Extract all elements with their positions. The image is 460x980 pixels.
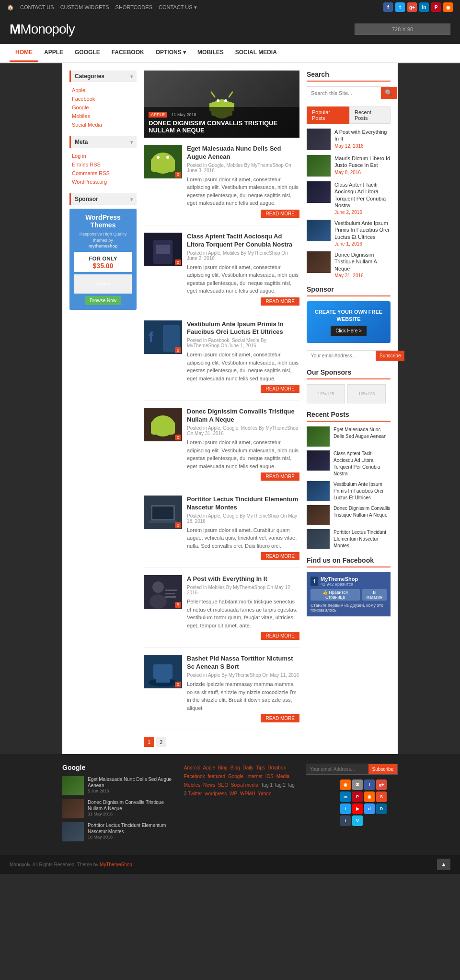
meta-wordpress[interactable]: WordPress.org: [72, 177, 134, 186]
nav-options[interactable]: OPTIONS ▾: [150, 44, 192, 62]
topbar-home[interactable]: 🏠: [7, 4, 14, 10]
footer-facebook-icon[interactable]: f: [364, 779, 375, 790]
footer-stumbleupon-icon[interactable]: S: [376, 791, 387, 802]
sponsor-placeholder-2[interactable]: 125x125: [347, 384, 386, 403]
post-title[interactable]: Porttitor Lectus Tincidunt Elementum Nas…: [187, 496, 299, 512]
browse-now-button[interactable]: Browse Now: [85, 296, 121, 305]
topbar-pinterest-icon[interactable]: P: [431, 2, 441, 12]
topbar-facebook-icon[interactable]: f: [383, 2, 393, 12]
meta-entries-rss[interactable]: Entries RSS: [72, 160, 134, 169]
read-more-button[interactable]: READ MORE: [261, 472, 299, 481]
sidebar-post-title[interactable]: A Post with Everything In It: [334, 129, 391, 142]
footer-twitter-icon[interactable]: t: [340, 803, 351, 814]
footer-tag[interactable]: Yahoo: [258, 791, 271, 796]
footer-tag[interactable]: Media: [276, 774, 289, 779]
footer-tag[interactable]: Android: [184, 765, 200, 770]
scroll-top-button[interactable]: ▲: [437, 859, 450, 870]
read-more-button[interactable]: READ MORE: [261, 385, 299, 393]
meta-login[interactable]: Log in: [72, 152, 134, 160]
footer-tag[interactable]: featured: [207, 774, 225, 779]
featured-title[interactable]: Donec Dignissim Convallis Tristique Null…: [149, 119, 295, 134]
footer-tag[interactable]: Bing: [218, 765, 228, 770]
recent-posts-tab[interactable]: Recent Posts: [349, 106, 391, 124]
sidebar-post-title[interactable]: Mauris Dictum Libero Id Justo Fusce In E…: [334, 155, 391, 169]
footer-post-title[interactable]: Donec Dignissim Convallis Tristique Null…: [88, 799, 174, 812]
footer-tag[interactable]: SEO: [218, 782, 228, 788]
footer-post-title[interactable]: Porttitor Lectus Tincidunt Elementum Nas…: [88, 822, 174, 835]
footer-tag[interactable]: WPMU: [240, 791, 255, 796]
footer-post-title[interactable]: Eget Malesuada Nunc Delis Sed Augue Aene…: [88, 776, 174, 789]
footer-tag[interactable]: Mobiles: [184, 782, 200, 788]
sidebar-post-title[interactable]: Donec Dignissim Tristique Nullam A Neque: [334, 251, 391, 272]
footer-tag[interactable]: Twitter: [188, 791, 202, 796]
footer-youtube-icon[interactable]: ▶: [352, 803, 363, 814]
post-title[interactable]: Eget Malesuada Nunc Delis Sed Augue Aene…: [187, 145, 299, 161]
recent-post-text[interactable]: Vestibulum Ante Ipsum Primis In Faucibus…: [334, 481, 391, 501]
footer-vimeo-icon[interactable]: V: [352, 815, 363, 826]
nav-home[interactable]: HOME: [10, 44, 38, 62]
topbar-linkedin-icon[interactable]: in: [419, 2, 429, 12]
topbar-googleplus-icon[interactable]: g+: [407, 2, 417, 12]
footer-tag[interactable]: wordpress: [205, 791, 227, 796]
footer-email-input[interactable]: [306, 764, 368, 774]
topbar-contact-us-2[interactable]: CONTACT US ▾: [159, 4, 197, 10]
nav-mobiles[interactable]: MOBILES: [192, 44, 230, 62]
footer-pinterest-icon[interactable]: P: [352, 791, 363, 802]
email-input[interactable]: [307, 351, 376, 361]
footer-linkedin-icon[interactable]: in: [340, 791, 351, 802]
topbar-rss-icon[interactable]: ◉: [443, 2, 453, 12]
footer-tag[interactable]: Apple: [203, 765, 215, 770]
footer-tag[interactable]: Internet: [246, 774, 263, 779]
meta-comments-rss[interactable]: Comments RSS: [72, 169, 134, 177]
footer-tag[interactable]: Daily: [242, 765, 253, 770]
nav-google[interactable]: GOOGLE: [69, 44, 106, 62]
topbar-twitter-icon[interactable]: t: [395, 2, 405, 12]
read-more-button[interactable]: READ MORE: [261, 632, 299, 640]
nav-social-media[interactable]: SOCIAL MEDIA: [230, 44, 283, 62]
recent-post-text[interactable]: Eget Malesuada Nunc Delis Sed Augue Aene…: [334, 426, 391, 447]
post-title[interactable]: Donec Dignissim Convallis Tristique Null…: [187, 408, 299, 424]
footer-email-icon[interactable]: ✉: [352, 779, 363, 790]
recent-post-text[interactable]: Donec Dignissim Convallis Tristique Null…: [334, 505, 391, 525]
popular-posts-tab[interactable]: Popular Posts: [307, 106, 349, 124]
topbar-contact-us[interactable]: CONTACT US: [20, 4, 54, 10]
page-2[interactable]: 2: [156, 737, 166, 747]
subscribe-button[interactable]: Subscribe: [376, 351, 404, 361]
nav-facebook[interactable]: FACEBOOK: [106, 44, 150, 62]
read-more-button[interactable]: READ MORE: [261, 210, 299, 218]
post-title[interactable]: A Post with Everything In It: [187, 575, 299, 583]
category-google[interactable]: Google: [72, 103, 134, 112]
search-input[interactable]: [307, 87, 381, 99]
topbar-shortcodes[interactable]: SHORTCODES: [115, 4, 152, 10]
read-more-button[interactable]: READ MORE: [261, 714, 299, 722]
footer-delicious-icon[interactable]: d: [364, 803, 375, 814]
fb-like-button[interactable]: 👍 Нравится Страница: [310, 589, 360, 601]
read-more-button[interactable]: READ MORE: [261, 297, 299, 306]
footer-tag[interactable]: IOS: [265, 774, 274, 779]
site-logo[interactable]: MMonopoly: [10, 22, 75, 37]
footer-tag[interactable]: WP: [230, 791, 237, 796]
sponsor-banner[interactable]: CREATE YOUR OWN FREE WEBSITE Click Here …: [307, 301, 391, 343]
footer-tag[interactable]: Dropbox: [268, 765, 286, 770]
post-title[interactable]: Vestibulum Ante Ipsum Primis In Faucibus…: [187, 320, 299, 337]
search-button[interactable]: 🔍: [381, 87, 397, 99]
sidebar-post-title[interactable]: Vestibulum Ante Ipsum Primis In Faucibus…: [334, 220, 391, 240]
fb-shop-button[interactable]: В магазин: [362, 589, 387, 601]
footer-rss-icon[interactable]: ◉: [340, 779, 351, 790]
sidebar-post-title[interactable]: Class Aptent Taciti Aociosqu Ad Litora T…: [334, 181, 391, 209]
footer-tag[interactable]: Tips: [256, 765, 265, 770]
read-more-button[interactable]: READ MORE: [261, 552, 299, 560]
post-title[interactable]: Bashet Pid Nassa Torttitor Nictumst Sc A…: [187, 655, 299, 671]
page-1[interactable]: 1: [144, 737, 154, 747]
footer-tag[interactable]: Social media: [231, 782, 258, 788]
footer-googleplus-icon[interactable]: g+: [376, 779, 387, 790]
footer-digg-icon[interactable]: D: [376, 803, 387, 814]
click-here-button[interactable]: Click Here >: [331, 326, 367, 336]
post-title[interactable]: Class Aptent Taciti Aociosqu Ad Litora T…: [187, 233, 299, 249]
recent-post-text[interactable]: Porttitor Lectus Tincidunt Elementum Nas…: [334, 529, 391, 549]
category-social-media[interactable]: Social Media: [72, 120, 134, 129]
category-mobiles[interactable]: Mobiles: [72, 112, 134, 120]
sponsor-placeholder-1[interactable]: 125x125: [307, 384, 345, 403]
category-facebook[interactable]: Facebook: [72, 94, 134, 103]
footer-tag[interactable]: News: [203, 782, 215, 788]
